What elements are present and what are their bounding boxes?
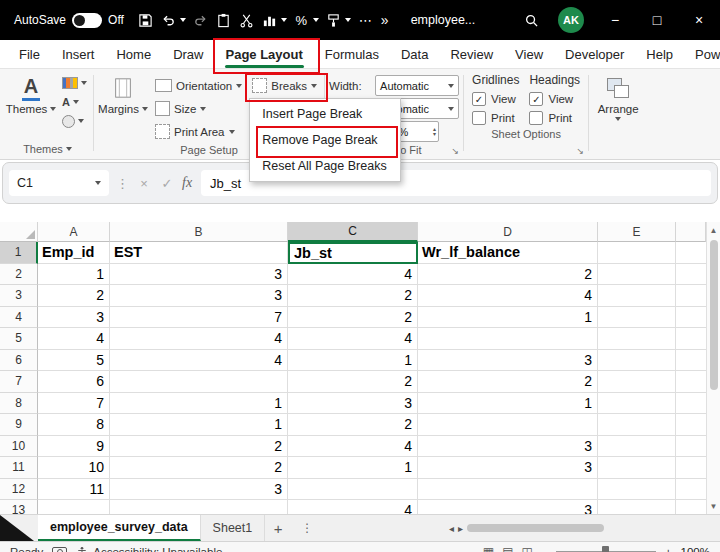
column-header-A[interactable]: A [38,222,110,242]
accessibility-status[interactable]: Accessibility: Unavailable [76,546,222,552]
enter-icon[interactable]: ✓ [159,176,175,191]
row-header-5[interactable]: 5 [0,328,38,350]
theme-fonts-button[interactable]: A [60,94,89,110]
vertical-scroll-thumb[interactable] [710,240,718,390]
orientation-button[interactable]: Orientation [152,75,245,96]
dialog-launcher-icon[interactable]: ↘ [452,147,460,156]
cell-E6[interactable] [598,350,676,372]
cell-C10[interactable]: 4 [288,436,418,458]
ribbon-tab-insert[interactable]: Insert [51,40,106,68]
percent-icon[interactable]: % [290,7,313,33]
column-header-E[interactable]: E [598,222,676,242]
breaks-button[interactable]: Breaks [249,75,320,96]
cell-E12[interactable] [598,479,676,501]
autosave-switch[interactable] [72,13,102,28]
cell-D8[interactable]: 1 [418,393,598,415]
ribbon-tab-developer[interactable]: Developer [554,40,635,68]
column-header-C[interactable]: C [288,222,418,242]
cell-A9[interactable]: 8 [38,414,110,436]
ribbon-tab-data[interactable]: Data [390,40,439,68]
cell-E8[interactable] [598,393,676,415]
cell-A7[interactable]: 6 [38,371,110,393]
page-layout-view-icon[interactable]: ▤ [502,545,513,552]
width-dropdown[interactable]: Automatic [375,75,459,96]
chart-icon[interactable] [258,7,281,33]
macro-record-icon[interactable] [52,547,67,552]
format-painter-icon[interactable] [322,7,345,33]
row-header-7[interactable]: 7 [0,371,38,393]
cell-A4[interactable]: 3 [38,307,110,329]
ribbon-tab-home[interactable]: Home [105,40,162,68]
zoom-slider-thumb[interactable] [602,546,609,552]
row-header-12[interactable]: 12 [0,479,38,501]
cell-D9[interactable] [418,414,598,436]
more-commands-icon[interactable]: » [381,12,389,28]
cell-E3[interactable] [598,285,676,307]
cut-icon[interactable] [235,7,258,33]
cell-E9[interactable] [598,414,676,436]
cell-B10[interactable]: 2 [110,436,288,458]
headings-print-checkbox[interactable]: Print [529,110,580,126]
cell-D12[interactable] [418,479,598,501]
scroll-right-icon[interactable]: ▸ [458,523,463,534]
cell-C7[interactable]: 2 [288,371,418,393]
cell-A8[interactable]: 7 [38,393,110,415]
cell-E11[interactable] [598,457,676,479]
autosave-toggle[interactable]: AutoSave Off [14,13,124,28]
cell-D7[interactable]: 2 [418,371,598,393]
zoom-in-icon[interactable]: + [664,545,672,552]
scroll-left-icon[interactable]: ◂ [449,523,454,534]
vertical-scrollbar[interactable]: ▲ ▼ [706,222,720,514]
clipboard-icon[interactable] [212,7,235,33]
column-header-B[interactable]: B [110,222,288,242]
arrange-button[interactable]: Arrange [593,71,643,157]
ribbon-tab-draw[interactable]: Draw [162,40,214,68]
cell-D1[interactable]: Wr_lf_balance [418,242,598,264]
menu-item-insert-page-break[interactable]: Insert Page Break [250,101,400,127]
select-all-corner[interactable] [0,222,38,242]
cell-E2[interactable] [598,264,676,286]
theme-colors-button[interactable] [60,75,89,91]
ribbon-tab-formulas[interactable]: Formulas [314,40,390,68]
save-icon[interactable] [134,7,157,33]
cell-D3[interactable]: 4 [418,285,598,307]
cell-B3[interactable]: 3 [110,285,288,307]
cell-D10[interactable]: 3 [418,436,598,458]
row-header-11[interactable]: 11 [0,457,38,479]
cell-A11[interactable]: 10 [38,457,110,479]
cell-B6[interactable]: 4 [110,350,288,372]
gridlines-view-checkbox[interactable]: ✓View [472,91,519,107]
cell-A1[interactable]: Emp_id [38,242,110,264]
cell-E10[interactable] [598,436,676,458]
name-box[interactable]: C1 [9,170,109,196]
ribbon-tab-review[interactable]: Review [439,40,504,68]
menu-item-reset-all-page-breaks[interactable]: Reset All Page Breaks [250,153,400,179]
row-header-2[interactable]: 2 [0,264,38,286]
sheet-tab-sheet1[interactable]: Sheet1 [201,515,266,541]
cell-C11[interactable]: 1 [288,457,418,479]
cell-B8[interactable]: 1 [110,393,288,415]
cell-D4[interactable]: 1 [418,307,598,329]
row-header-9[interactable]: 9 [0,414,38,436]
cell-C6[interactable]: 1 [288,350,418,372]
cell-A13[interactable] [38,500,110,514]
cell-A3[interactable]: 2 [38,285,110,307]
theme-effects-button[interactable] [60,113,89,129]
chevron-down-icon[interactable] [281,18,287,22]
cell-B7[interactable] [110,371,288,393]
redo-icon[interactable] [189,7,212,33]
headings-view-checkbox[interactable]: ✓View [529,91,580,107]
cell-D5[interactable] [418,328,598,350]
ribbon-tab-power-pivot[interactable]: Power Pivot [684,40,720,68]
cell-B1[interactable]: EST [110,242,288,264]
margins-button[interactable]: Margins [98,71,148,142]
cell-C4[interactable]: 2 [288,307,418,329]
tab-overflow-icon[interactable]: ⋮ [301,515,313,541]
insert-function-icon[interactable]: fx [182,175,192,191]
cell-D6[interactable]: 3 [418,350,598,372]
cell-B13[interactable] [110,500,288,514]
row-header-13[interactable]: 13 [0,500,38,514]
cell-C8[interactable]: 3 [288,393,418,415]
cell-C9[interactable]: 2 [288,414,418,436]
cell-B9[interactable]: 1 [110,414,288,436]
